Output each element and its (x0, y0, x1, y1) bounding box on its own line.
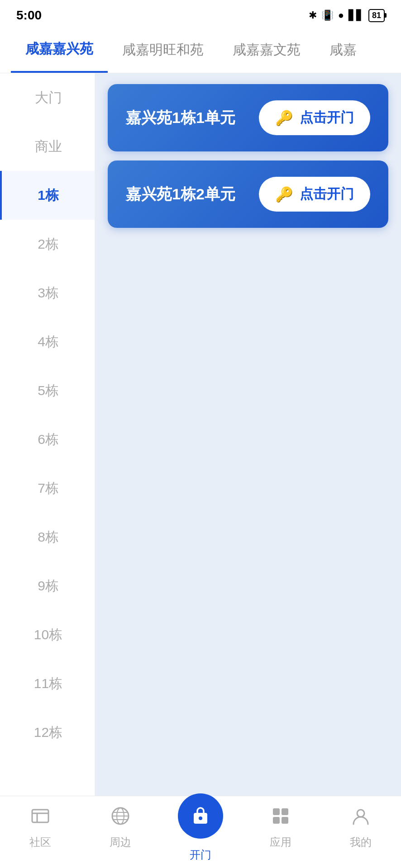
status-bar: 5:00 ✱ 📳 ● ▋▋ 81 (0, 0, 401, 27)
key-icon-unit1: 🔑 (275, 109, 293, 127)
svg-rect-13 (282, 817, 288, 824)
wifi-icon: ● (338, 9, 344, 21)
nav-item-apps[interactable]: 应用 (241, 806, 321, 849)
svg-point-9 (199, 816, 202, 820)
sidebar-item-building5[interactable]: 5栋 (0, 366, 95, 415)
sidebar-item-commercial[interactable]: 商业 (0, 122, 95, 171)
open-door-label-unit2: 点击开门 (300, 185, 354, 203)
nav-label-opendoor: 开门 (190, 848, 211, 862)
status-time: 5:00 (16, 8, 42, 23)
nav-item-opendoor[interactable]: 开门 (160, 793, 240, 862)
sidebar-item-building11[interactable]: 11栋 (0, 659, 95, 708)
door-card-unit1: 嘉兴苑1栋1单元 🔑 点击开门 (108, 84, 388, 151)
sidebar-item-building10[interactable]: 10栋 (0, 610, 95, 659)
door-card-unit2: 嘉兴苑1栋2单元 🔑 点击开门 (108, 160, 388, 228)
open-door-button-unit1[interactable]: 🔑 点击开门 (259, 100, 370, 135)
content-area: 嘉兴苑1栋1单元 🔑 点击开门 嘉兴苑1栋2单元 🔑 点击开门 (95, 73, 401, 797)
sidebar: 大门 商业 1栋 2栋 3栋 4栋 5栋 6栋 7栋 8栋 9栋 10栋 11栋… (0, 73, 95, 797)
svg-point-14 (357, 810, 364, 817)
sidebar-item-building3[interactable]: 3栋 (0, 269, 95, 317)
open-door-label-unit1: 点击开门 (300, 108, 354, 127)
signal-icon: ▋▋ (348, 9, 364, 21)
tab-xianjia[interactable]: 咸嘉 (315, 28, 371, 72)
door-card-unit2-title: 嘉兴苑1栋2单元 (126, 184, 235, 205)
nav-label-apps: 应用 (270, 835, 291, 849)
sidebar-item-gate[interactable]: 大门 (0, 73, 95, 122)
svg-rect-0 (32, 810, 48, 822)
nav-label-nearby: 周边 (110, 835, 131, 849)
tab-mingwangheyuan[interactable]: 咸嘉明旺和苑 (108, 28, 218, 72)
battery-icon: 81 (368, 9, 385, 22)
nearby-icon (110, 806, 130, 830)
open-door-button-unit2[interactable]: 🔑 点击开门 (259, 177, 370, 212)
sidebar-item-building8[interactable]: 8栋 (0, 513, 95, 561)
bottom-nav: 社区 周边 开门 (0, 796, 401, 868)
apps-icon (271, 806, 291, 830)
bluetooth-icon: ✱ (309, 9, 317, 21)
nav-label-mine: 我的 (350, 835, 372, 849)
svg-rect-10 (273, 808, 280, 815)
door-card-unit1-title: 嘉兴苑1栋1单元 (126, 108, 235, 128)
vibrate-icon: 📳 (321, 9, 334, 21)
sidebar-item-building4[interactable]: 4栋 (0, 317, 95, 366)
main-content: 大门 商业 1栋 2栋 3栋 4栋 5栋 6栋 7栋 8栋 9栋 10栋 11栋… (0, 73, 401, 797)
svg-rect-11 (282, 808, 288, 815)
nav-item-mine[interactable]: 我的 (321, 806, 401, 849)
nav-label-community: 社区 (29, 835, 51, 849)
sidebar-item-building9[interactable]: 9栋 (0, 561, 95, 610)
key-icon-unit2: 🔑 (275, 186, 293, 203)
mine-icon (351, 806, 371, 830)
sidebar-item-building1[interactable]: 1栋 (0, 171, 95, 220)
community-icon (30, 806, 50, 830)
status-icons: ✱ 📳 ● ▋▋ 81 (309, 9, 385, 22)
sidebar-item-building7[interactable]: 7栋 (0, 464, 95, 513)
tab-jiaxingyuan[interactable]: 咸嘉嘉兴苑 (11, 27, 108, 73)
opendoor-center-button[interactable] (178, 793, 223, 839)
sidebar-item-building12[interactable]: 12栋 (0, 708, 95, 757)
top-tab-bar: 咸嘉嘉兴苑 咸嘉明旺和苑 咸嘉嘉文苑 咸嘉 (0, 27, 401, 73)
svg-rect-12 (273, 817, 280, 824)
tab-jiawenyuan[interactable]: 咸嘉嘉文苑 (218, 28, 315, 72)
nav-item-community[interactable]: 社区 (0, 806, 80, 849)
sidebar-item-building6[interactable]: 6栋 (0, 415, 95, 464)
nav-item-nearby[interactable]: 周边 (80, 806, 160, 849)
sidebar-item-building2[interactable]: 2栋 (0, 220, 95, 269)
